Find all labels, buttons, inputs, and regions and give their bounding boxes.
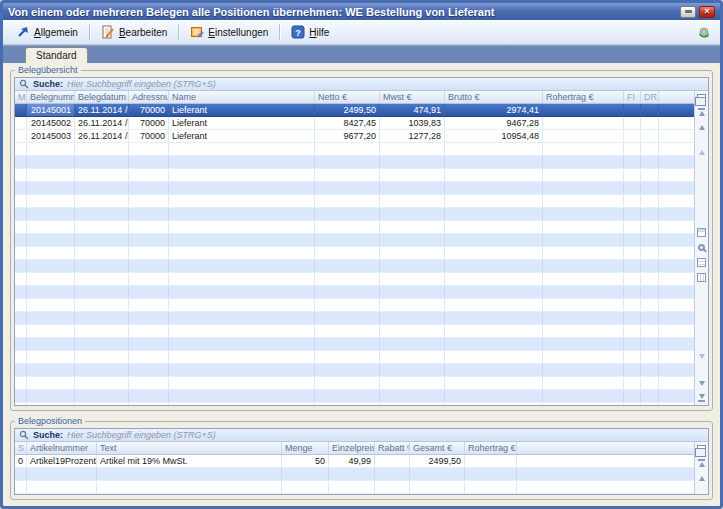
cell[interactable]: 9677,20 <box>315 130 380 142</box>
column-header[interactable]: Brutto € <box>445 91 543 103</box>
cell[interactable]: 10954,48 <box>445 130 543 142</box>
cell <box>445 364 543 376</box>
tab-standard[interactable]: Standard <box>25 47 88 63</box>
cell[interactable]: 9467,28 <box>445 117 543 129</box>
cell[interactable]: 20145003 <box>27 130 75 142</box>
column-header[interactable]: Name <box>169 91 315 103</box>
cell[interactable]: 70000 <box>129 130 169 142</box>
cell[interactable]: 50 <box>282 455 329 467</box>
column-header[interactable]: Rohertrag € <box>543 91 624 103</box>
column-header[interactable]: M <box>15 91 27 103</box>
cell[interactable]: 49,99 <box>329 455 375 467</box>
cell[interactable]: 2974,41 <box>445 104 543 116</box>
cell[interactable]: Artikel mit 19% MwSt. <box>97 455 282 467</box>
column-header[interactable]: Netto € <box>315 91 380 103</box>
scroll-next-icon[interactable] <box>696 363 707 373</box>
belegpositionen-searchbar[interactable]: Suche: Hier Suchbegriff eingeben (STRG+S… <box>15 429 708 442</box>
column-header[interactable]: Gesamt € <box>410 442 465 454</box>
cell <box>380 390 445 402</box>
table-row[interactable]: 2014500226.11.2014 /Mi70000Lieferant8427… <box>15 117 694 130</box>
scroll-down-icon[interactable] <box>696 378 707 388</box>
column-chooser-icon[interactable] <box>696 444 707 454</box>
cell[interactable] <box>624 130 641 142</box>
cell[interactable] <box>543 104 624 116</box>
cell[interactable] <box>15 117 27 129</box>
cell[interactable]: 2499,50 <box>410 455 465 467</box>
scroll-up-icon[interactable] <box>696 473 707 483</box>
column-header[interactable]: Menge <box>282 442 329 454</box>
cell[interactable] <box>543 117 624 129</box>
column-header[interactable]: Belegdatum <box>75 91 129 103</box>
cell[interactable] <box>543 130 624 142</box>
cell <box>315 325 380 337</box>
column-header[interactable]: S <box>15 442 27 454</box>
cell[interactable] <box>624 104 641 116</box>
cell[interactable] <box>641 104 659 116</box>
beleguebersicht-searchbar[interactable]: Suche: Hier Suchbegriff eingeben (STRG+S… <box>15 78 708 91</box>
scroll-prev-icon[interactable] <box>696 488 707 494</box>
column-header[interactable]: DR <box>641 91 659 103</box>
close-button[interactable]: × <box>699 6 715 18</box>
cell[interactable]: 70000 <box>129 104 169 116</box>
cell[interactable]: Lieferant <box>169 117 315 129</box>
column-chooser-icon[interactable] <box>696 93 707 103</box>
search-icon[interactable] <box>696 243 707 253</box>
empty-row <box>15 481 694 494</box>
cell[interactable] <box>465 455 517 467</box>
gear-sync-icon[interactable] <box>697 25 711 39</box>
auto-width-icon[interactable] <box>696 273 707 283</box>
cell[interactable]: 2499,50 <box>315 104 380 116</box>
cell[interactable] <box>641 130 659 142</box>
hilfe-button[interactable]: ? Hilfe <box>283 22 337 42</box>
titlebar[interactable]: Von einem oder mehreren Belegen alle Pos… <box>3 3 720 20</box>
minimize-button[interactable] <box>680 6 696 18</box>
table-row[interactable]: 2014500326.11.2014 /Mi70000Lieferant9677… <box>15 130 694 143</box>
table-row[interactable]: 2014500126.11.2014 /Mi70000Lieferant2499… <box>15 104 694 117</box>
scroll-prev-icon[interactable] <box>696 137 707 147</box>
cell[interactable] <box>624 117 641 129</box>
allgemein-button[interactable]: Allgemein <box>8 22 86 42</box>
scroll-up-icon[interactable] <box>696 122 707 132</box>
cell[interactable]: 1277,28 <box>380 130 445 142</box>
column-header[interactable]: FI <box>624 91 641 103</box>
cell <box>75 247 129 259</box>
cell[interactable]: Artikel19Prozent <box>27 455 97 467</box>
scroll-last-icon[interactable] <box>696 393 707 403</box>
scroll-first-icon[interactable] <box>696 107 707 117</box>
cell <box>445 286 543 298</box>
cell[interactable] <box>375 455 410 467</box>
cell <box>27 169 75 181</box>
column-header[interactable]: Rohertrag € <box>465 442 517 454</box>
cell[interactable]: Lieferant <box>169 130 315 142</box>
bearbeiten-button[interactable]: Bearbeiten <box>93 22 175 42</box>
column-header[interactable]: Adressnummer <box>129 91 169 103</box>
cell[interactable]: 0 <box>15 455 27 467</box>
column-header[interactable]: Einzelpreis € <box>329 442 375 454</box>
cell[interactable]: 8427,45 <box>315 117 380 129</box>
cell[interactable]: 26.11.2014 /Mi <box>75 117 129 129</box>
card-view-icon[interactable] <box>696 228 707 238</box>
cell[interactable] <box>15 130 27 142</box>
empty-row <box>15 221 694 234</box>
scroll-first-icon[interactable] <box>696 458 707 468</box>
einstellungen-button[interactable]: Einstellungen <box>182 22 276 42</box>
cell[interactable]: 1039,83 <box>380 117 445 129</box>
cell[interactable] <box>15 104 27 116</box>
cell[interactable]: 20145001 <box>27 104 75 116</box>
cell <box>75 286 129 298</box>
column-header[interactable]: Rabatt % <box>375 442 410 454</box>
cell[interactable] <box>641 117 659 129</box>
column-header[interactable]: Mwst € <box>380 91 445 103</box>
cell[interactable]: 20145002 <box>27 117 75 129</box>
cell[interactable]: 70000 <box>129 117 169 129</box>
cell[interactable]: 26.11.2014 /Mi <box>75 104 129 116</box>
cell[interactable]: 474,91 <box>380 104 445 116</box>
search-label: Suche: <box>33 79 63 89</box>
cell[interactable]: Lieferant <box>169 104 315 116</box>
band-rows-icon[interactable] <box>696 258 707 268</box>
column-header[interactable]: Artikelnummer <box>27 442 97 454</box>
column-header[interactable]: Text <box>97 442 282 454</box>
table-row[interactable]: 0Artikel19ProzentArtikel mit 19% MwSt.50… <box>15 455 694 468</box>
cell[interactable]: 26.11.2014 /Mi <box>75 130 129 142</box>
column-header[interactable]: Belegnummer <box>27 91 75 103</box>
